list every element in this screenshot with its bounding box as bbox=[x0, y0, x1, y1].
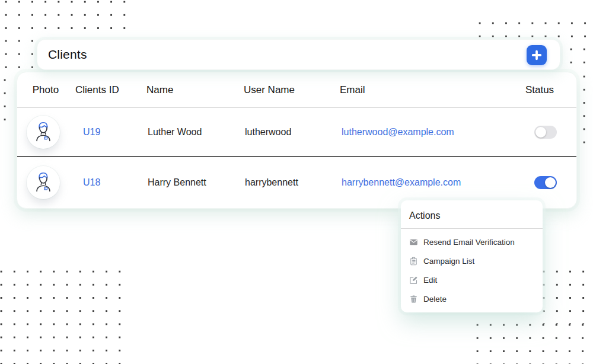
actions-menu-title: Actions bbox=[401, 200, 543, 228]
edit-icon bbox=[409, 276, 418, 285]
column-header-clients-id: Clients ID bbox=[75, 84, 119, 96]
clipboard-icon bbox=[409, 257, 418, 266]
column-header-photo: Photo bbox=[27, 84, 64, 96]
table-row: U19 Luther Wood lutherwood lutherwood@ex… bbox=[17, 108, 576, 156]
column-header-email: Email bbox=[340, 84, 365, 96]
dot-grid-decoration bbox=[537, 265, 593, 324]
status-toggle[interactable] bbox=[534, 176, 557, 189]
menu-item-edit[interactable]: Edit bbox=[401, 270, 543, 289]
clients-header-card: Clients bbox=[37, 39, 560, 70]
trash-icon bbox=[409, 295, 418, 304]
client-name: Luther Wood bbox=[148, 127, 202, 138]
column-header-status: Status bbox=[520, 84, 559, 96]
envelope-icon bbox=[409, 238, 418, 247]
column-header-user-name: User Name bbox=[244, 84, 295, 96]
client-id-link[interactable]: U19 bbox=[83, 127, 100, 138]
plus-icon bbox=[531, 49, 543, 61]
header-divider bbox=[17, 107, 576, 108]
menu-item-resend-email-verification[interactable]: Resend Email Verification bbox=[401, 232, 543, 251]
dot-grid-decoration bbox=[0, 34, 39, 75]
client-email-link[interactable]: lutherwood@example.com bbox=[342, 127, 454, 138]
clients-table: Photo Clients ID Name User Name Email St… bbox=[17, 72, 577, 209]
toggle-knob bbox=[535, 127, 546, 138]
menu-item-delete[interactable]: Delete bbox=[401, 289, 543, 308]
actions-menu-list: Resend Email Verification Campaign List … bbox=[401, 229, 543, 313]
dot-grid-decoration bbox=[565, 43, 593, 70]
user-avatar-icon bbox=[27, 116, 60, 149]
client-name: Harry Bennett bbox=[148, 177, 206, 188]
dot-grid-decoration bbox=[0, 74, 12, 127]
page-title: Clients bbox=[37, 47, 87, 62]
dot-grid-decoration bbox=[0, 0, 132, 32]
menu-item-label: Edit bbox=[423, 276, 437, 285]
page: Clients Photo Clients ID Name User Name … bbox=[0, 0, 593, 364]
client-email-link[interactable]: harrybennett@example.com bbox=[342, 177, 461, 188]
add-client-button[interactable] bbox=[527, 45, 547, 65]
client-username: lutherwood bbox=[245, 127, 291, 138]
client-id-link[interactable]: U18 bbox=[83, 177, 100, 188]
client-username: harrybennett bbox=[245, 177, 298, 188]
user-avatar-icon bbox=[27, 166, 60, 199]
table-header-row: Photo Clients ID Name User Name Email St… bbox=[17, 72, 576, 107]
menu-item-label: Resend Email Verification bbox=[423, 238, 515, 247]
menu-item-campaign-list[interactable]: Campaign List bbox=[401, 251, 543, 270]
dot-grid-decoration bbox=[578, 70, 593, 149]
menu-item-label: Campaign List bbox=[423, 257, 474, 266]
dot-grid-decoration bbox=[0, 265, 127, 364]
status-toggle[interactable] bbox=[534, 126, 557, 139]
dot-grid-decoration bbox=[471, 318, 593, 364]
actions-dropdown-menu: Actions Resend Email Verification Campai… bbox=[401, 200, 543, 312]
toggle-knob bbox=[545, 177, 556, 188]
menu-item-label: Delete bbox=[423, 295, 447, 304]
column-header-name: Name bbox=[146, 84, 173, 96]
